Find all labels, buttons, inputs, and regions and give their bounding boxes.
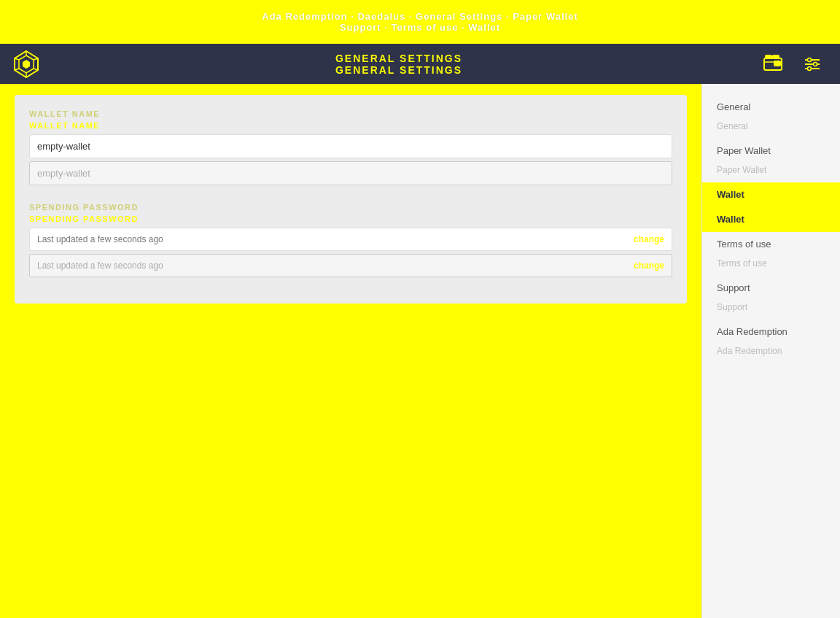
svg-marker-2: [23, 60, 30, 69]
navbar-title: GENERAL SETTINGS: [335, 53, 462, 64]
settings-card: WALLET NAME WALLET NAME SPENDING PASSWOR…: [15, 95, 687, 304]
banner-line1: Ada Redemption · Daedalus · General Sett…: [262, 11, 578, 22]
spending-password-section: SPENDING PASSWORD SPENDING PASSWORD Last…: [29, 203, 672, 277]
sidebar-item-general-ghost: General: [702, 120, 840, 139]
sidebar-item-wallet-ghost[interactable]: Wallet: [702, 207, 840, 232]
spending-password-label: SPENDING PASSWORD: [29, 215, 672, 223]
spending-password-row1: Last updated a few seconds ago change: [29, 228, 672, 251]
sidebar-item-paper-wallet-label: Paper Wallet: [717, 145, 771, 156]
sidebar-item-terms-label: Terms of use: [717, 239, 771, 250]
navbar-actions: [757, 48, 828, 80]
daedalus-logo-icon[interactable]: [12, 50, 41, 79]
sidebar-item-paper-wallet[interactable]: Paper Wallet: [702, 139, 840, 163]
wallet-name-label-ghost: WALLET NAME: [29, 109, 672, 118]
navbar-title-area: GENERAL SETTINGS GENERAL SETTINGS: [335, 53, 462, 76]
top-banner: Ada Redemption · Daedalus · General Sett…: [0, 0, 840, 44]
sidebar-item-general[interactable]: General: [702, 95, 840, 120]
sidebar-item-support-label: Support: [717, 282, 750, 293]
wallet-name-input[interactable]: [29, 134, 672, 158]
sidebar-item-ada-redemption-label: Ada Redemption: [717, 326, 788, 337]
sidebar-item-ada-redemption-ghost: Ada Redemption: [702, 344, 840, 363]
settings-icon-btn[interactable]: [796, 48, 828, 80]
sidebar-item-paper-wallet-ghost: Paper Wallet: [702, 163, 840, 182]
navbar: GENERAL SETTINGS GENERAL SETTINGS: [0, 44, 840, 84]
sidebar-item-support[interactable]: Support: [702, 276, 840, 301]
sidebar-item-terms[interactable]: Terms of use: [702, 232, 840, 257]
wallet-name-section: WALLET NAME WALLET NAME: [29, 109, 672, 191]
sidebar: General General Paper Wallet Paper Walle…: [701, 84, 840, 618]
spending-password-label-ghost: SPENDING PASSWORD: [29, 203, 672, 212]
sidebar-item-terms-ghost: Terms of use: [702, 257, 840, 276]
svg-rect-13: [773, 55, 779, 58]
svg-point-18: [814, 62, 817, 66]
wallet-name-input-ghost[interactable]: [29, 161, 672, 185]
sidebar-item-general-label: General: [717, 101, 750, 112]
main-layout: WALLET NAME WALLET NAME SPENDING PASSWOR…: [0, 84, 840, 618]
navbar-subtitle: GENERAL SETTINGS: [335, 64, 462, 76]
content-area: WALLET NAME WALLET NAME SPENDING PASSWOR…: [0, 84, 701, 618]
svg-point-19: [808, 66, 812, 70]
sidebar-item-ada-redemption[interactable]: Ada Redemption: [702, 320, 840, 344]
wallet-name-label: WALLET NAME: [29, 121, 672, 130]
spending-row1-text: Last updated a few seconds ago: [37, 234, 163, 244]
svg-point-17: [808, 58, 812, 61]
sidebar-item-wallet-label: Wallet: [717, 189, 744, 200]
spending-password-row2: Last updated a few seconds ago change: [29, 254, 672, 277]
banner-line2: Support · Terms of use · Wallet: [340, 22, 500, 33]
spending-row2-change[interactable]: change: [634, 260, 664, 271]
spending-row2-text: Last updated a few seconds ago: [37, 260, 163, 271]
logo-area: [12, 50, 41, 79]
save-button[interactable]: [15, 314, 687, 344]
spending-row1-change[interactable]: change: [634, 234, 664, 244]
sidebar-item-wallet[interactable]: Wallet: [702, 182, 840, 207]
sidebar-item-support-ghost: Support: [702, 301, 840, 320]
svg-rect-12: [766, 55, 771, 58]
wallet-icon-btn[interactable]: [757, 48, 789, 80]
